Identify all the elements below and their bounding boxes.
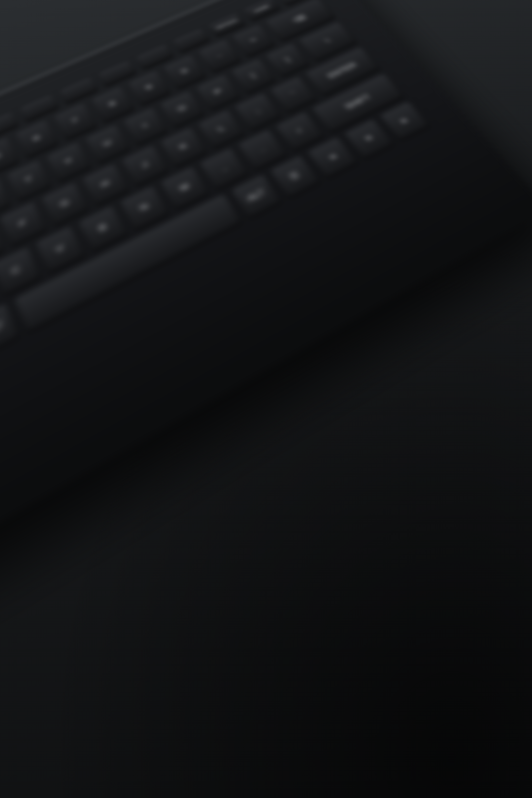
key-l[interactable]: L — [197, 109, 245, 149]
key-slash[interactable]: / — [275, 111, 324, 151]
key-lb[interactable]: [ — [230, 58, 276, 94]
key-apos[interactable]: ' — [269, 75, 317, 113]
key-ralt[interactable]: Alt — [231, 173, 282, 218]
key-minus[interactable]: - — [197, 38, 241, 73]
key-semi[interactable]: ; — [234, 92, 282, 131]
key-o[interactable]: O — [159, 90, 205, 128]
key-dot[interactable]: . — [237, 129, 287, 170]
screen-bezel — [0, 667, 532, 798]
display-panel: ▶ me burn the way it hurts hear me cry b… — [0, 696, 532, 798]
key-lalt[interactable]: Alt — [0, 302, 20, 357]
key-menu[interactable]: ☰ — [269, 155, 320, 198]
key-rb[interactable]: ] — [265, 42, 310, 77]
key-p[interactable]: P — [195, 73, 241, 110]
windows-taskbar: ⊞ 🔍 Type here to search ◯ ▭ 🗂 🛍 e ◉ 🎧 — [8, 696, 532, 798]
key-comma[interactable]: , — [199, 147, 249, 190]
key-equals[interactable]: = — [231, 23, 275, 57]
key-left[interactable]: ◂ — [307, 136, 358, 178]
laptop: Esc PrtScn Home End ` 1234567890-= ⌫ Tab… — [0, 0, 532, 798]
screen-lid: ▶ me burn the way it hurts hear me cry b… — [0, 667, 532, 798]
browser-chrome — [0, 696, 532, 798]
lyrics-body: me burn the way it hurts hear me cry bec… — [0, 720, 532, 798]
